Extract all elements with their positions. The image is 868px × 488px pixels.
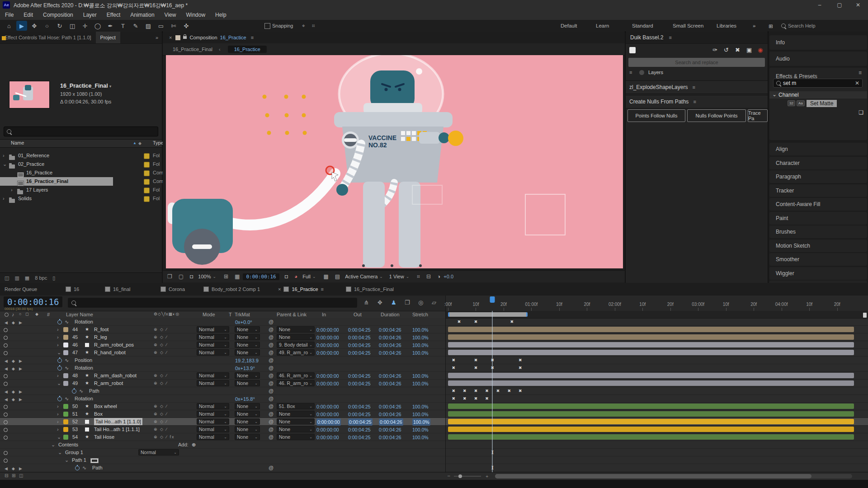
- camera-tool-icon[interactable]: ◫: [67, 21, 78, 31]
- label-color-swatch[interactable]: [63, 343, 68, 347]
- set-matte-result[interactable]: Set Matte: [807, 100, 837, 107]
- layer-expander-icon[interactable]: ›: [57, 403, 59, 410]
- layer-expander-icon[interactable]: ⌄: [57, 349, 61, 356]
- trkmat-select[interactable]: None⌄: [235, 411, 260, 417]
- parent-pickwhip-icon[interactable]: @: [269, 372, 274, 379]
- layer-expander-icon[interactable]: ›: [57, 410, 59, 418]
- timeline-tab-16-practice[interactable]: ×16_Practice≡: [278, 283, 324, 296]
- dock-panel-effects-presets[interactable]: Effects & Presets≡set m✕⌄Channel32AaSet …: [769, 68, 867, 140]
- workspace-libraries[interactable]: Libraries: [717, 23, 736, 28]
- new-preset-icon[interactable]: ❏: [859, 109, 863, 116]
- label-color-swatch[interactable]: [63, 350, 68, 355]
- layer-expander-icon[interactable]: ⌄: [57, 380, 61, 387]
- duik-search-field[interactable]: Search and replace: [628, 58, 765, 67]
- parent-link-select[interactable]: None⌄: [277, 434, 315, 440]
- out-value[interactable]: 0:00:04:25: [348, 372, 371, 380]
- keyframe-icon[interactable]: ✖: [474, 389, 478, 393]
- duik-selection-icon[interactable]: [629, 47, 636, 53]
- layer-duration-bar[interactable]: [448, 419, 854, 424]
- panel-overflow-icon[interactable]: »: [156, 35, 158, 40]
- timeline-tab-render-queue[interactable]: Render Queue: [5, 283, 37, 296]
- property-name[interactable]: Rotation: [75, 364, 93, 371]
- tab-close-icon[interactable]: ×: [169, 35, 172, 40]
- dock-panel-wiggler[interactable]: Wiggler: [769, 267, 867, 280]
- out-value[interactable]: 0:00:04:25: [348, 380, 371, 387]
- layer-expander-icon[interactable]: ›: [57, 426, 59, 433]
- parent-pickwhip-icon[interactable]: @: [269, 426, 274, 433]
- duration-value[interactable]: 0:00:04:26: [379, 403, 401, 410]
- visibility-eye-icon[interactable]: [4, 451, 8, 455]
- out-value[interactable]: 0:00:04:25: [348, 434, 371, 441]
- menu-window[interactable]: Window: [181, 10, 210, 20]
- project-item-17-layers[interactable]: ›17 LayersFol: [0, 186, 162, 194]
- out-value[interactable]: 0:00:04:25: [348, 349, 371, 357]
- timeline-row-position[interactable]: ◀◆▶∿Position19.2,183.9@: [0, 357, 445, 364]
- layer-duration-bar[interactable]: [448, 380, 854, 386]
- mode-select[interactable]: Normal⌄: [197, 418, 229, 425]
- trash-icon[interactable]: ▯: [52, 275, 55, 281]
- label-color-swatch[interactable]: [144, 162, 150, 168]
- mode-select[interactable]: Normal⌄: [197, 434, 229, 440]
- stretch-value[interactable]: 100.0%: [412, 334, 429, 341]
- horizontal-scrollbar[interactable]: [495, 474, 852, 479]
- prev-keyframe-icon[interactable]: ◀: [5, 365, 8, 372]
- panel-menu-icon[interactable]: ≡: [321, 286, 324, 292]
- track-row[interactable]: ✖✖✖✖: [446, 395, 868, 403]
- duration-value[interactable]: 0:00:04:26: [379, 349, 401, 357]
- project-item-16-practice-final[interactable]: 16_Practice_FinalCom: [0, 177, 113, 186]
- stretch-value[interactable]: 100.0%: [412, 372, 429, 380]
- keyframe-icon[interactable]: ✖: [452, 396, 456, 401]
- menu-help[interactable]: Help: [210, 10, 231, 20]
- parent-link-select[interactable]: None⌄: [277, 426, 315, 432]
- stretch-value[interactable]: 100.0%: [412, 434, 429, 441]
- layer-duration-bar[interactable]: [448, 434, 854, 440]
- timeline-tab-corona[interactable]: Corona: [160, 283, 185, 296]
- layer-duration-bar[interactable]: [448, 342, 854, 347]
- track-row[interactable]: [446, 372, 868, 380]
- property-value[interactable]: 19.2,183.9: [235, 357, 259, 364]
- prev-keyframe-icon[interactable]: ◀: [5, 465, 8, 472]
- dock-panel-paint[interactable]: Paint: [769, 212, 867, 225]
- column-name[interactable]: Name: [11, 140, 24, 145]
- keyframe-icon[interactable]: ✖: [496, 389, 500, 393]
- scrollbar-thumb[interactable]: [495, 474, 811, 479]
- layer-switches[interactable]: ⊕ ◇ ∕: [154, 403, 168, 410]
- keyframe-icon[interactable]: ✖: [474, 358, 478, 362]
- keyframe-icon[interactable]: ✖: [463, 389, 467, 393]
- twirl-icon[interactable]: ⌄: [51, 441, 55, 448]
- timeline-row-path[interactable]: ◀◆▶∿Path@: [0, 387, 445, 395]
- label-color-swatch[interactable]: [63, 381, 68, 386]
- track-row[interactable]: [446, 410, 868, 418]
- view-layout-select[interactable]: 1 View: [389, 274, 404, 279]
- layer-name[interactable]: Tail Ho...ath 1 [1.1.1]: [94, 426, 140, 433]
- interpret-footage-icon[interactable]: ◫: [5, 275, 9, 281]
- menu-edit[interactable]: Edit: [19, 10, 38, 20]
- twirl-icon[interactable]: ⌄: [65, 456, 69, 464]
- layer-duration-bar[interactable]: [448, 327, 854, 332]
- clear-search-icon[interactable]: ✕: [855, 80, 859, 86]
- motion-blur-icon[interactable]: ◎: [418, 299, 423, 306]
- comp-mini-flowchart-icon[interactable]: ⋔: [364, 299, 369, 306]
- keyframe-icon[interactable]: ✖: [452, 358, 456, 362]
- stopwatch-icon[interactable]: [57, 358, 62, 363]
- layer-duration-bar[interactable]: [448, 427, 854, 432]
- timeline-row-contents[interactable]: ⌄ContentsAdd:⊕: [0, 441, 445, 449]
- exposure-icon[interactable]: ◑: [437, 273, 440, 280]
- duration-value[interactable]: 0:00:04:26: [379, 411, 401, 418]
- snapshot-icon[interactable]: ◘: [285, 273, 288, 280]
- flowchart-icon[interactable]: ⊟: [426, 273, 431, 280]
- trkmat-select[interactable]: None⌄: [235, 434, 260, 440]
- roto-brush-tool-icon[interactable]: ✄: [168, 21, 179, 31]
- draft-3d-icon[interactable]: ✥: [377, 299, 382, 306]
- in-value[interactable]: 0:00:00:00: [316, 426, 339, 433]
- property-value[interactable]: 0x+13.9°: [235, 365, 255, 372]
- workspace-standard[interactable]: Standard: [632, 23, 653, 28]
- twirl-icon[interactable]: ⌄: [772, 91, 777, 98]
- panel-menu-icon[interactable]: ≡: [692, 84, 695, 90]
- visibility-eye-icon[interactable]: [4, 436, 8, 440]
- playhead-handle[interactable]: [490, 296, 495, 303]
- layer-switches[interactable]: ⊕ ◇ ∕: [154, 372, 168, 379]
- layer-name[interactable]: Tail Hose: [94, 433, 114, 441]
- visibility-eye-icon[interactable]: [4, 382, 8, 386]
- label-color-swatch[interactable]: [63, 427, 68, 432]
